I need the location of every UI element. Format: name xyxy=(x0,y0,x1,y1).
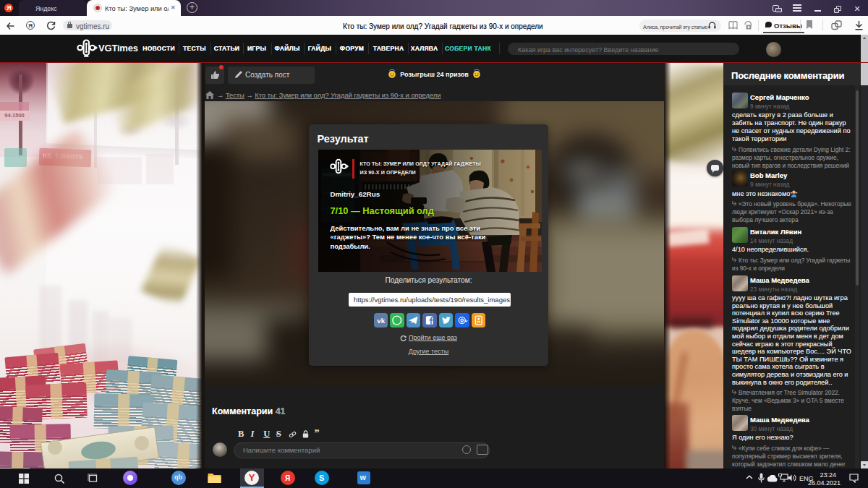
svg-text:vk: vk xyxy=(377,316,385,324)
